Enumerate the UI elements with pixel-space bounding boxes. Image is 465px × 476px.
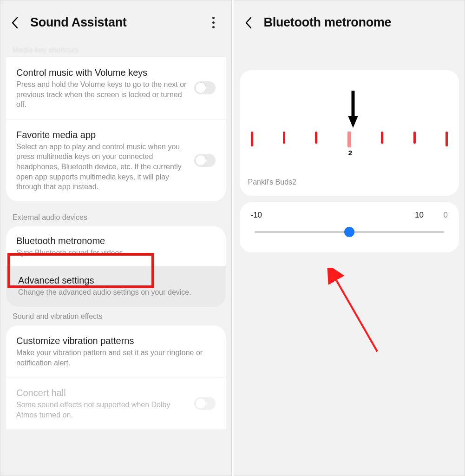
favorite-media-row[interactable]: Favorite media app Select an app to play…: [6, 119, 226, 201]
concert-hall-title: Concert hall: [16, 387, 190, 399]
header: Bluetooth metronome: [234, 0, 465, 45]
favorite-media-sub: Select an app to play and control music …: [16, 142, 190, 192]
back-button[interactable]: [4, 12, 26, 34]
external-devices-label: External audio devices: [0, 208, 231, 226]
concert-hall-sub: Some sound effects not supported when Do…: [16, 400, 190, 420]
tick-icon: [381, 132, 383, 144]
concert-hall-row[interactable]: Concert hall Some sound effects not supp…: [6, 377, 226, 429]
tick-icon: [413, 132, 416, 144]
tick-row: [248, 132, 451, 147]
customize-vibration-row[interactable]: Customize vibration patterns Make your v…: [6, 325, 226, 377]
tick-icon: [251, 132, 253, 146]
control-music-row[interactable]: Control music with Volume keys Press and…: [6, 57, 226, 119]
tick-icon: [315, 132, 317, 144]
advanced-settings-title: Advanced settings: [18, 274, 214, 286]
advanced-settings-sub: Change the advanced audio settings on yo…: [18, 287, 214, 298]
chevron-left-icon: [11, 16, 20, 29]
more-button[interactable]: [204, 13, 223, 32]
tick-icon: [283, 132, 285, 144]
control-music-toggle[interactable]: [194, 81, 216, 94]
customize-vibration-title: Customize vibration patterns: [16, 335, 216, 347]
header: Sound Assistant: [0, 0, 231, 45]
control-music-sub: Press and hold the Volume keys to go to …: [16, 79, 190, 110]
page-title: Bluetooth metronome: [264, 15, 392, 30]
favorite-media-toggle[interactable]: [194, 154, 216, 167]
media-key-group: Control music with Volume keys Press and…: [6, 57, 226, 201]
right-screen: Bluetooth metronome: [234, 0, 465, 476]
svg-line-1: [334, 277, 377, 351]
back-button[interactable]: [238, 12, 260, 34]
advanced-settings-row[interactable]: Advanced settings Change the advanced au…: [6, 266, 226, 307]
annotation-arrow-icon: [326, 268, 386, 356]
indicator-arrow-icon: [347, 90, 360, 129]
tick-icon: [445, 132, 448, 146]
external-devices-group: Bluetooth metronome Sync Bluetooth sound…: [6, 226, 226, 266]
bluetooth-metronome-title: Bluetooth metronome: [16, 235, 216, 247]
control-music-title: Control music with Volume keys: [16, 66, 190, 79]
page-title: Sound Assistant: [30, 15, 127, 30]
tick-center-icon: [347, 132, 351, 147]
more-vertical-icon: [212, 17, 215, 28]
cutoff-section-label: Media key shortcuts: [0, 46, 231, 57]
customize-vibration-sub: Make your vibration pattern and set it a…: [16, 348, 216, 368]
sync-slider[interactable]: [255, 227, 445, 237]
sound-vibration-group: Customize vibration patterns Make your v…: [6, 325, 226, 429]
slider-min-label: -10: [251, 211, 262, 220]
metronome-visual: 2: [248, 83, 451, 176]
concert-hall-toggle[interactable]: [194, 397, 216, 410]
slider-max-label: 10: [415, 211, 424, 220]
sound-vibration-label: Sound and vibration effects: [0, 307, 231, 325]
metronome-card: 2 Pankil's Buds2: [240, 70, 459, 196]
bluetooth-metronome-row[interactable]: Bluetooth metronome Sync Bluetooth sound…: [6, 226, 226, 266]
bluetooth-metronome-sub: Sync Bluetooth sound for videos: [16, 248, 216, 258]
slider-value-label: 0: [434, 211, 448, 220]
device-name-label: Pankil's Buds2: [248, 178, 451, 186]
chevron-left-icon: [244, 16, 254, 29]
indicator-value: 2: [348, 149, 352, 157]
favorite-media-title: Favorite media app: [16, 129, 190, 141]
slider-thumb[interactable]: [344, 227, 354, 237]
slider-card: -10 10 0: [240, 202, 459, 252]
left-screen: Sound Assistant Media key shortcuts Cont…: [0, 0, 232, 476]
